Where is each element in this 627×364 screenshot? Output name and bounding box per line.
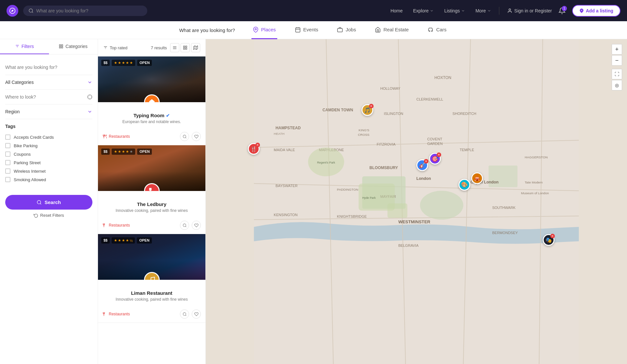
search-listing-button[interactable] — [180, 132, 189, 141]
notification-bell[interactable]: 1 — [558, 7, 566, 14]
view-toggle — [170, 43, 200, 52]
map-pin[interactable]: 🎪 — [471, 172, 483, 184]
what-input[interactable] — [5, 65, 92, 70]
add-listing-button[interactable]: Add a listing — [572, 5, 620, 17]
map-pin[interactable]: 🎭 ✕ — [543, 234, 555, 246]
top-rated-filter[interactable]: Top rated — [103, 45, 127, 50]
listing-tags: $$ ★★★★★ OPEN — [101, 149, 152, 155]
svg-text:CLERKENWELL: CLERKENWELL — [416, 97, 443, 101]
svg-text:KING'S: KING'S — [359, 128, 369, 132]
categories-select[interactable]: All Categories — [5, 80, 92, 85]
tag-accepts-credit-cards[interactable]: Accepts Credit Cards — [5, 133, 92, 141]
grid-view-button[interactable] — [181, 43, 190, 52]
fullscreen-button[interactable]: ⛶ — [612, 69, 622, 79]
tab-categories[interactable]: Categories — [49, 39, 98, 54]
stars-tag: ★★★★★ — [112, 149, 135, 155]
listing-actions — [180, 309, 201, 319]
nav-explore[interactable]: Explore — [409, 6, 438, 16]
reset-filters-button[interactable]: Reset Filters — [5, 213, 92, 218]
svg-point-43 — [183, 135, 186, 138]
map-pin[interactable]: 🎯 ✕ — [429, 153, 441, 165]
grid-icon — [183, 45, 187, 50]
fork-knife-icon — [103, 312, 107, 316]
svg-point-2 — [29, 9, 33, 12]
tag-checkbox[interactable] — [5, 143, 10, 148]
listing-image: $$ ★★★★½ OPEN — [98, 234, 205, 280]
tag-coupons[interactable]: Coupons — [5, 150, 92, 158]
tab-real-estate[interactable]: Real Estate — [374, 21, 410, 39]
location-input-row — [5, 94, 92, 100]
fork-knife-icon — [103, 223, 107, 228]
zoom-out-button[interactable]: − — [612, 55, 622, 66]
results-count: 7 results — [151, 45, 167, 50]
svg-text:BELGRAVIA: BELGRAVIA — [398, 244, 419, 247]
tag-label: Coupons — [14, 152, 31, 157]
locate-button[interactable]: ◎ — [612, 80, 622, 90]
location-input[interactable] — [5, 94, 87, 100]
listing-card[interactable]: $$ ★★★★½ OPEN Liman Restaurant — [98, 234, 205, 323]
svg-rect-19 — [59, 47, 61, 48]
search-listing-button[interactable] — [180, 309, 189, 319]
map-area[interactable]: HAMPSTEAD HEATH MAIDA VALE BAYSWATER KEN… — [206, 39, 627, 364]
open-tag: OPEN — [137, 60, 152, 66]
svg-rect-11 — [338, 28, 343, 32]
search-input[interactable] — [36, 8, 142, 13]
car-icon — [428, 27, 434, 33]
search-button[interactable]: Search — [5, 195, 92, 210]
refresh-icon — [34, 213, 38, 218]
svg-text:PADDINGTON: PADDINGTON — [337, 188, 358, 191]
favorite-button[interactable] — [192, 221, 201, 230]
tab-cars[interactable]: Cars — [426, 21, 448, 39]
signin-button[interactable]: Sign in or Register — [503, 6, 556, 16]
search-listing-button[interactable] — [180, 221, 189, 230]
chevron-down-icon — [430, 9, 434, 13]
svg-line-3 — [32, 12, 33, 13]
svg-point-13 — [431, 31, 432, 31]
favorite-button[interactable] — [192, 132, 201, 141]
zoom-in-button[interactable]: + — [612, 44, 622, 55]
tag-checkbox[interactable] — [5, 135, 10, 140]
heart-icon — [194, 223, 199, 228]
tag-checkbox[interactable] — [5, 160, 10, 165]
filter-icon — [103, 45, 108, 50]
map-view-button[interactable] — [191, 43, 200, 52]
tag-smoking-allowed[interactable]: Smoking Allowed — [5, 175, 92, 184]
tab-places[interactable]: Places — [251, 21, 277, 39]
svg-text:CROSS: CROSS — [358, 133, 370, 136]
favorite-button[interactable] — [192, 309, 201, 319]
header-search-box[interactable] — [23, 6, 147, 16]
tag-checkbox[interactable] — [5, 151, 10, 157]
home-icon — [375, 27, 381, 33]
tab-events[interactable]: Events — [294, 21, 320, 39]
svg-text:HAGGERSTON: HAGGERSTON — [525, 155, 548, 159]
list-view-button[interactable] — [170, 43, 179, 52]
crosshair-icon[interactable] — [87, 94, 92, 100]
tab-filters[interactable]: Filters — [0, 39, 49, 54]
categories-field: All Categories — [5, 75, 92, 90]
map-pin[interactable]: 🎸 ✕ — [416, 159, 428, 171]
region-field: Region — [5, 104, 92, 119]
map-pin[interactable]: 🎨 — [458, 179, 470, 191]
region-select[interactable]: Region — [5, 109, 92, 114]
svg-rect-20 — [62, 47, 63, 48]
svg-text:HOXTON: HOXTON — [434, 75, 451, 80]
listing-card[interactable]: $$ ★★★★★ OPEN Typing Room ✔ European far… — [98, 56, 205, 145]
logo[interactable] — [7, 5, 18, 17]
listing-card[interactable]: $$ ★★★★★ OPEN The Ledbury Innovative coo… — [98, 145, 205, 234]
nav-home[interactable]: Home — [387, 6, 407, 16]
stars-tag: ★★★★½ — [112, 237, 135, 244]
nav-more[interactable]: More — [472, 6, 495, 16]
tag-bike-parking[interactable]: Bike Parking — [5, 141, 92, 150]
tag-wireless-internet[interactable]: Wireless Internet — [5, 167, 92, 175]
location-pin-icon — [579, 8, 584, 13]
tag-parking-street[interactable]: Parking Street — [5, 158, 92, 167]
listing-name: Liman Restaurant — [103, 290, 201, 296]
tag-checkbox[interactable] — [5, 177, 10, 182]
tab-jobs[interactable]: Jobs — [336, 21, 357, 39]
tags-label: Tags — [5, 124, 92, 129]
svg-rect-36 — [184, 48, 185, 49]
nav-listings[interactable]: Listings — [440, 6, 469, 16]
svg-rect-100 — [388, 203, 408, 218]
svg-point-4 — [509, 9, 510, 10]
tag-checkbox[interactable] — [5, 168, 10, 174]
